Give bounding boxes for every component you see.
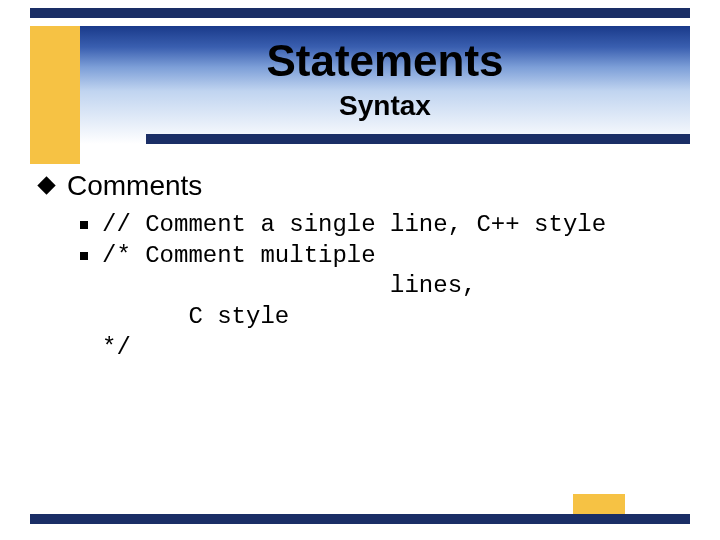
bottom-accent-bar xyxy=(30,514,690,524)
square-bullet-icon xyxy=(80,221,88,229)
content-area: Comments // Comment a single line, C++ s… xyxy=(40,170,690,364)
subtitle-underline-bar xyxy=(146,134,690,144)
header-yellow-ext xyxy=(30,144,80,164)
list-item: // Comment a single line, C++ style xyxy=(80,210,690,241)
diamond-bullet-icon xyxy=(37,176,55,194)
sub-list: // Comment a single line, C++ style /* C… xyxy=(80,210,690,364)
slide-subtitle: Syntax xyxy=(80,90,690,122)
section-heading: Comments xyxy=(67,170,202,202)
top-accent-bar xyxy=(30,8,690,18)
list-item: /* Comment multiple lines, C style */ xyxy=(80,241,690,364)
code-line-1: // Comment a single line, C++ style xyxy=(102,210,606,241)
bottom-yellow-block xyxy=(573,494,625,514)
code-line-2: /* Comment multiple lines, C style */ xyxy=(102,241,476,364)
slide-title: Statements xyxy=(80,36,690,86)
header-yellow-block xyxy=(30,26,80,144)
square-bullet-icon xyxy=(80,252,88,260)
section-heading-row: Comments xyxy=(40,170,690,202)
